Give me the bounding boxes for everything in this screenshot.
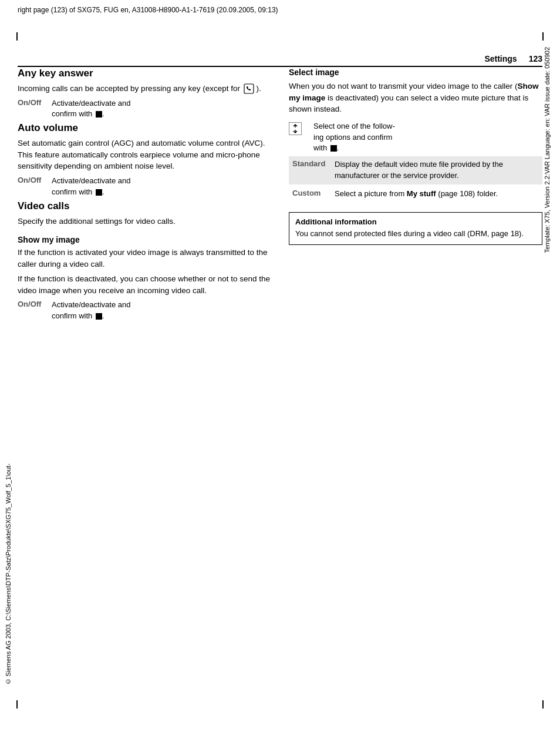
my-stuff-link: My stuff — [407, 189, 436, 198]
additional-info-box: Additional information You cannot send p… — [289, 212, 542, 245]
any-key-on-off-row: On/Off Activate/deactivate and confirm w… — [18, 98, 271, 120]
any-key-on-off-text: Activate/deactivate and confirm with . — [52, 98, 130, 120]
any-key-on-off-label: On/Off — [18, 98, 46, 120]
top-tick-right — [542, 32, 544, 41]
any-key-answer-title: Any key answer — [18, 68, 271, 79]
standard-option-row: Standard Display the default video mute … — [289, 156, 542, 184]
additional-info-title: Additional information — [295, 217, 536, 226]
nav-icon-container — [289, 122, 308, 135]
auto-volume-section: Auto volume Set automatic gain control (… — [18, 122, 271, 197]
show-my-image-para2: If the function is deactivated, you can … — [18, 273, 271, 296]
show-my-image-on-off-row: On/Off Activate/deactivate and confirm w… — [18, 300, 271, 322]
nav-icon-description: Select one of the follow- ing options an… — [313, 121, 395, 155]
video-calls-body: Specify the additional settings for vide… — [18, 216, 271, 227]
auto-volume-on-off-label: On/Off — [18, 176, 46, 198]
top-metadata-text: right page (123) of SXG75, FUG en, A3100… — [18, 6, 278, 14]
side-template-label: Template: X75, Version 2.2:VAR Language:… — [544, 47, 555, 253]
main-content: Any key answer Incoming calls can be acc… — [18, 68, 542, 703]
header-title: Settings — [484, 54, 517, 63]
select-image-body: When you do not want to transmit your vi… — [289, 80, 542, 115]
nav-icon-desc-row: Select one of the follow- ing options an… — [289, 121, 542, 155]
auto-volume-on-off-row: On/Off Activate/deactivate and confirm w… — [18, 176, 271, 198]
page-header: Settings 123 — [18, 54, 542, 67]
auto-volume-body: Set automatic gain control (AGC) and aut… — [18, 137, 271, 172]
show-my-image-on-off-text: Activate/deactivate and confirm with . — [52, 300, 130, 322]
custom-option-row: Custom Select a picture from My stuff (p… — [289, 186, 542, 203]
any-key-answer-body: Incoming calls can be accepted by pressi… — [18, 83, 271, 95]
top-metadata-bar: right page (123) of SXG75, FUG en, A3100… — [18, 6, 542, 14]
additional-info-text: You cannot send protected files during a… — [295, 229, 536, 240]
video-calls-section: Video calls Specify the additional setti… — [18, 200, 271, 323]
show-my-image-para1: If the function is activated your video … — [18, 247, 271, 270]
bottom-tick-right — [542, 700, 544, 709]
nav-arrows-icon — [289, 122, 302, 135]
standard-text: Display the default video mute file prov… — [335, 159, 539, 182]
confirm-square-icon-4 — [330, 145, 337, 152]
custom-text: Select a picture from My stuff (page 108… — [335, 189, 498, 200]
confirm-square-icon-2 — [96, 189, 102, 196]
standard-label: Standard — [292, 159, 329, 182]
confirm-square-icon-1 — [96, 111, 102, 117]
page-number: 123 — [529, 54, 542, 63]
video-calls-title: Video calls — [18, 200, 271, 212]
phone-icon — [244, 83, 254, 94]
confirm-square-icon-3 — [96, 313, 102, 320]
show-my-image-on-off-label: On/Off — [18, 300, 46, 322]
auto-volume-title: Auto volume — [18, 122, 271, 134]
copyright-label: © Siemens AG 2003, C:\Siemens\DTP-Satz\P… — [5, 464, 16, 685]
svg-rect-0 — [244, 84, 254, 93]
custom-label: Custom — [292, 189, 329, 200]
any-key-answer-section: Any key answer Incoming calls can be acc… — [18, 68, 271, 120]
top-tick-left — [16, 32, 18, 41]
auto-volume-on-off-text: Activate/deactivate and confirm with . — [52, 176, 130, 198]
select-image-section: Select image When you do not want to tra… — [289, 68, 542, 203]
left-column: Any key answer Incoming calls can be acc… — [18, 68, 271, 703]
right-column: Select image When you do not want to tra… — [289, 68, 542, 703]
show-my-image-subheading: Show my image — [18, 235, 271, 244]
select-image-title: Select image — [289, 68, 542, 77]
